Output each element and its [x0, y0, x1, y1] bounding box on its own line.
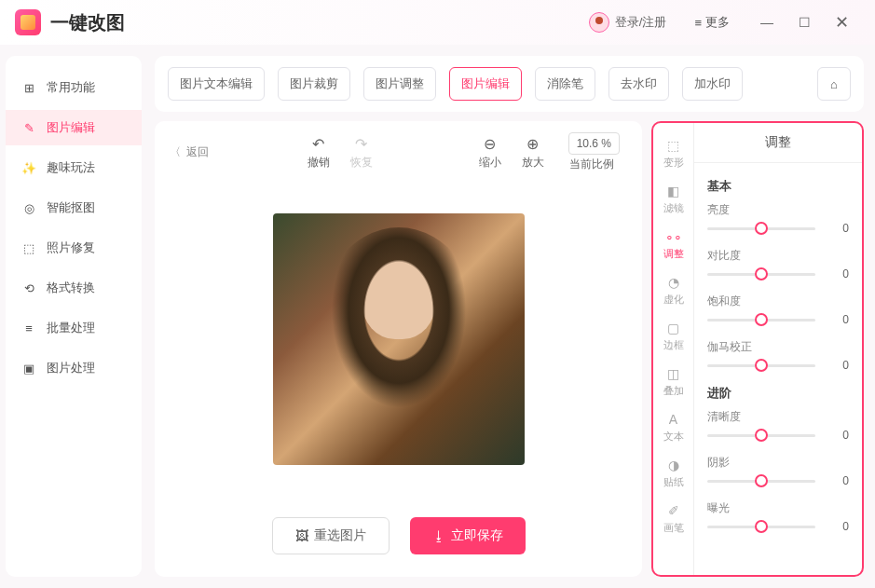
close-button[interactable]: ✕: [832, 13, 851, 32]
tabs-row: 图片文本编辑 图片裁剪 图片调整 图片编辑 消除笔 去水印 加水印 ⌂: [155, 56, 864, 112]
home-icon: ⌂: [830, 77, 838, 91]
titlebar: 一键改图 登录/注册 ≡更多 — ☐ ✕: [0, 0, 875, 45]
zoom-in-icon: ⊕: [526, 135, 539, 153]
border-icon: ▢: [665, 320, 682, 336]
slider-track[interactable]: [707, 434, 815, 437]
photo-preview: [273, 213, 525, 465]
zoom-out-icon: ⊖: [484, 135, 496, 153]
zoom-out-button[interactable]: ⊖缩小: [479, 135, 501, 171]
adjust-icon: ∘∘: [665, 228, 682, 245]
tab-add-watermark[interactable]: 加水印: [682, 67, 743, 101]
slider-thumb[interactable]: [755, 359, 768, 372]
edit-icon: ✎: [21, 119, 37, 136]
slider-contrast: 对比度0: [707, 248, 849, 280]
layers-icon: ≡: [21, 320, 37, 336]
undo-button[interactable]: ↶撤销: [308, 135, 330, 171]
sidebar-item-cutout[interactable]: ◎智能抠图: [6, 190, 142, 226]
tab-adjust[interactable]: 图片调整: [363, 67, 436, 101]
sidebar-item-process[interactable]: ▣图片处理: [6, 350, 142, 386]
slider-exposure: 曝光0: [707, 500, 849, 533]
sidebar-item-convert[interactable]: ⟲格式转换: [6, 270, 142, 306]
tab-text-edit[interactable]: 图片文本编辑: [168, 67, 265, 101]
slider-thumb[interactable]: [755, 429, 768, 442]
repair-icon: ⬚: [21, 239, 37, 256]
grid-icon: ⊞: [21, 79, 37, 96]
slider-thumb[interactable]: [755, 222, 768, 235]
image-icon: 🖼: [295, 528, 308, 543]
tab-edit[interactable]: 图片编辑: [449, 67, 522, 101]
toolstrip-border[interactable]: ▢边框: [663, 313, 684, 359]
slider-brightness: 亮度0: [707, 202, 849, 235]
app-logo: [15, 9, 41, 35]
sidebar-item-common[interactable]: ⊞常用功能: [6, 70, 142, 105]
slider-shadow: 阴影0: [707, 455, 849, 487]
slider-saturation: 饱和度0: [707, 294, 849, 326]
tab-crop[interactable]: 图片裁剪: [278, 67, 350, 101]
home-button[interactable]: ⌂: [817, 67, 851, 101]
more-menu[interactable]: ≡更多: [694, 14, 730, 31]
filter-icon: ◧: [665, 183, 682, 199]
canvas[interactable]: [170, 172, 627, 506]
sidebar-item-edit[interactable]: ✎图片编辑: [6, 110, 142, 145]
brush-icon: ✐: [665, 502, 682, 519]
tab-eraser[interactable]: 消除笔: [535, 67, 595, 101]
toolstrip-brush[interactable]: ✐画笔: [663, 496, 684, 541]
sidebar-item-repair[interactable]: ⬚照片修复: [6, 230, 142, 266]
adjust-body: 基本 亮度0 对比度0 饱和度0 伽马校正0 进阶 清晰度0 阴影0 曝光0: [694, 163, 862, 575]
sidebar: ⊞常用功能 ✎图片编辑 ✨趣味玩法 ◎智能抠图 ⬚照片修复 ⟲格式转换 ≡批量处…: [6, 56, 142, 577]
reselect-button[interactable]: 🖼重选图片: [272, 517, 390, 554]
slider-gamma: 伽马校正0: [707, 339, 849, 372]
chevron-left-icon: 〈: [170, 144, 181, 160]
sidebar-item-fun[interactable]: ✨趣味玩法: [6, 150, 142, 185]
maximize-button[interactable]: ☐: [795, 13, 813, 32]
login-link[interactable]: 登录/注册: [615, 14, 667, 31]
overlay-icon: ◫: [665, 365, 682, 382]
slider-thumb[interactable]: [755, 267, 768, 280]
toolstrip-blur[interactable]: ◔虚化: [663, 267, 684, 313]
zoom-in-button[interactable]: ⊕放大: [522, 135, 544, 171]
toolstrip-filter[interactable]: ◧滤镜: [663, 176, 684, 222]
adjust-title: 调整: [694, 123, 862, 163]
section-advanced: 进阶: [707, 385, 849, 402]
tab-remove-watermark[interactable]: 去水印: [608, 67, 669, 101]
adjust-panel: ⬚变形 ◧滤镜 ∘∘调整 ◔虚化 ▢边框 ◫叠加 A文本 ◑贴纸 ✐画笔 调整 …: [651, 121, 864, 577]
sidebar-item-batch[interactable]: ≡批量处理: [6, 310, 142, 346]
back-button[interactable]: 〈返回: [170, 144, 209, 160]
toolstrip-text[interactable]: A文本: [663, 404, 684, 450]
image-icon: ▣: [21, 360, 37, 376]
blur-icon: ◔: [665, 274, 682, 291]
download-icon: ⭳: [432, 528, 445, 543]
transform-icon: ⬚: [665, 137, 682, 154]
toolstrip-overlay[interactable]: ◫叠加: [663, 359, 684, 404]
action-row: 🖼重选图片 ⭳立即保存: [170, 506, 627, 566]
slider-track[interactable]: [707, 364, 815, 367]
slider-thumb[interactable]: [755, 520, 768, 533]
slider-track[interactable]: [707, 273, 815, 276]
redo-icon: ↷: [355, 135, 367, 153]
app-title: 一键改图: [50, 10, 125, 35]
sparkle-icon: ✨: [21, 159, 37, 176]
toolstrip: ⬚变形 ◧滤镜 ∘∘调整 ◔虚化 ▢边框 ◫叠加 A文本 ◑贴纸 ✐画笔: [653, 123, 694, 575]
avatar[interactable]: [589, 12, 609, 33]
toolstrip-transform[interactable]: ⬚变形: [663, 130, 684, 176]
minimize-button[interactable]: —: [758, 13, 776, 32]
zoom-ratio: 10.6 %当前比例: [565, 132, 620, 172]
convert-icon: ⟲: [21, 280, 37, 296]
slider-track[interactable]: [707, 227, 815, 230]
redo-button[interactable]: ↷恢复: [350, 135, 373, 171]
target-icon: ◎: [21, 199, 37, 216]
slider-track[interactable]: [707, 319, 815, 321]
canvas-area: 〈返回 ↶撤销 ↷恢复 ⊖缩小 ⊕放大 10.6 %当前比例 🖼重选图片 ⭳立即…: [155, 121, 642, 577]
slider-sharpness: 清晰度0: [707, 409, 849, 442]
slider-track[interactable]: [707, 526, 815, 528]
slider-thumb[interactable]: [755, 313, 768, 326]
toolstrip-adjust[interactable]: ∘∘调整: [663, 222, 684, 267]
slider-thumb[interactable]: [755, 474, 768, 487]
slider-track[interactable]: [707, 480, 815, 483]
editor-toolbar: 〈返回 ↶撤销 ↷恢复 ⊖缩小 ⊕放大 10.6 %当前比例: [170, 132, 627, 172]
section-basic: 基本: [707, 178, 849, 195]
undo-icon: ↶: [312, 135, 324, 153]
text-icon: A: [665, 411, 682, 428]
save-button[interactable]: ⭳立即保存: [410, 517, 526, 554]
toolstrip-sticker[interactable]: ◑贴纸: [663, 450, 684, 496]
